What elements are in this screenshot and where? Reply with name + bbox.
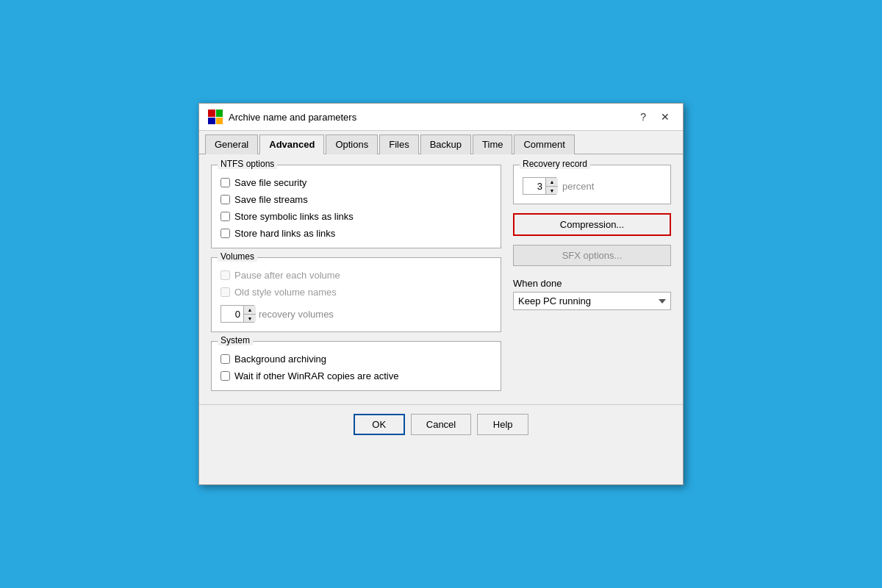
wait-copies-label[interactable]: Wait if other WinRAR copies are active bbox=[234, 370, 398, 381]
ok-button[interactable]: OK bbox=[354, 414, 405, 435]
ntfs-group-title: NTFS options bbox=[218, 159, 277, 169]
spinner-buttons: ▲ ▼ bbox=[243, 306, 256, 322]
symbolic-links-label[interactable]: Store symbolic links as links bbox=[234, 211, 354, 222]
save-streams-checkbox[interactable] bbox=[220, 195, 230, 204]
symbolic-links-checkbox[interactable] bbox=[220, 212, 230, 221]
tab-comment[interactable]: Comment bbox=[514, 135, 574, 154]
spinner-up-button[interactable]: ▲ bbox=[244, 306, 256, 314]
when-done-label: When done bbox=[513, 278, 671, 289]
right-panel: Recovery record ▲ ▼ percent Compression.… bbox=[513, 165, 671, 391]
tab-advanced[interactable]: Advanced bbox=[259, 135, 324, 154]
spinner-down-button[interactable]: ▼ bbox=[244, 314, 256, 322]
compression-button[interactable]: Compression... bbox=[513, 213, 671, 236]
recovery-percent-label: percent bbox=[562, 181, 594, 192]
dialog-title: Archive name and parameters bbox=[229, 112, 356, 123]
close-button[interactable]: ✕ bbox=[656, 110, 674, 124]
tab-files[interactable]: Files bbox=[379, 135, 418, 154]
recovery-record-group: Recovery record ▲ ▼ percent bbox=[513, 165, 671, 204]
recovery-record-row: ▲ ▼ percent bbox=[523, 177, 662, 195]
hard-links-checkbox[interactable] bbox=[220, 229, 230, 238]
old-style-row: Old style volume names bbox=[220, 287, 492, 298]
background-archiving-checkbox[interactable] bbox=[220, 354, 230, 364]
when-done-select[interactable]: Keep PC running Sleep Hibernate Shut dow… bbox=[513, 292, 671, 310]
recovery-volumes-label: recovery volumes bbox=[259, 309, 334, 320]
when-done-section: When done Keep PC running Sleep Hibernat… bbox=[513, 278, 671, 310]
save-security-row: Save file security bbox=[220, 177, 492, 188]
left-panel: NTFS options Save file security Save fil… bbox=[211, 165, 501, 391]
volumes-group: Volumes Pause after each volume Old styl… bbox=[211, 257, 501, 332]
title-bar: Archive name and parameters ? ✕ bbox=[199, 104, 683, 131]
help-icon-button[interactable]: ? bbox=[636, 110, 650, 124]
background-archiving-label[interactable]: Background archiving bbox=[234, 354, 326, 365]
save-security-checkbox[interactable] bbox=[220, 178, 230, 187]
system-group: System Background archiving Wait if othe… bbox=[211, 341, 501, 391]
recovery-spinner-buttons: ▲ ▼ bbox=[545, 178, 558, 194]
save-streams-row: Save file streams bbox=[220, 194, 492, 205]
dialog-body: NTFS options Save file security Save fil… bbox=[199, 154, 683, 401]
recovery-volumes-spinner: ▲ ▼ bbox=[220, 305, 254, 323]
app-icon bbox=[208, 110, 223, 124]
volumes-group-title: Volumes bbox=[218, 251, 257, 262]
recovery-volumes-input[interactable] bbox=[221, 306, 243, 322]
cancel-button[interactable]: Cancel bbox=[411, 414, 471, 435]
wait-copies-row: Wait if other WinRAR copies are active bbox=[220, 370, 492, 381]
wait-copies-checkbox[interactable] bbox=[220, 371, 230, 381]
recovery-spinner-up-button[interactable]: ▲ bbox=[546, 178, 558, 186]
save-security-label[interactable]: Save file security bbox=[234, 177, 306, 188]
old-style-checkbox[interactable] bbox=[220, 287, 230, 297]
recovery-spinner-down-button[interactable]: ▼ bbox=[546, 186, 558, 194]
title-bar-left: Archive name and parameters bbox=[208, 110, 356, 124]
pause-each-checkbox[interactable] bbox=[220, 270, 230, 280]
recovery-record-title: Recovery record bbox=[520, 159, 590, 169]
pause-each-label: Pause after each volume bbox=[234, 270, 340, 281]
tab-options[interactable]: Options bbox=[326, 135, 378, 154]
background-archiving-row: Background archiving bbox=[220, 354, 492, 365]
dialog-window: Archive name and parameters ? ✕ General … bbox=[198, 103, 684, 485]
hard-links-row: Store hard links as links bbox=[220, 228, 492, 239]
symbolic-links-row: Store symbolic links as links bbox=[220, 211, 492, 222]
recovery-volumes-row: ▲ ▼ recovery volumes bbox=[220, 305, 492, 323]
hard-links-label[interactable]: Store hard links as links bbox=[234, 228, 335, 239]
title-bar-right: ? ✕ bbox=[636, 110, 674, 124]
recovery-percent-input[interactable] bbox=[523, 178, 545, 194]
tab-general[interactable]: General bbox=[205, 135, 258, 154]
pause-each-row: Pause after each volume bbox=[220, 270, 492, 281]
tab-time[interactable]: Time bbox=[473, 135, 512, 154]
old-style-label: Old style volume names bbox=[234, 287, 337, 298]
dialog-footer: OK Cancel Help bbox=[199, 404, 683, 444]
recovery-percent-spinner: ▲ ▼ bbox=[523, 177, 556, 195]
help-button[interactable]: Help bbox=[477, 414, 528, 435]
tab-backup[interactable]: Backup bbox=[420, 135, 471, 154]
save-streams-label[interactable]: Save file streams bbox=[234, 194, 308, 205]
system-group-title: System bbox=[218, 335, 253, 345]
ntfs-options-group: NTFS options Save file security Save fil… bbox=[211, 165, 501, 248]
sfx-options-button[interactable]: SFX options... bbox=[513, 245, 671, 266]
tab-bar: General Advanced Options Files Backup Ti… bbox=[199, 131, 683, 154]
